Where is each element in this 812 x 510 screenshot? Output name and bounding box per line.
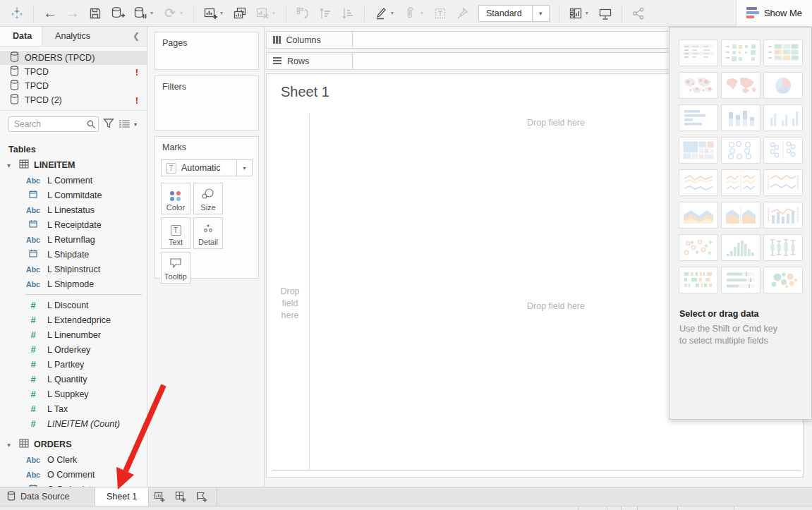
showme-side-by-side-circles-icon[interactable] — [763, 137, 803, 164]
highlight-caret[interactable]: ▾ — [391, 10, 398, 16]
show-hide-cards-button[interactable] — [566, 4, 585, 23]
field-l-linestatus[interactable]: AbcL Linestatus — [0, 202, 147, 217]
field-lineitem-count[interactable]: #LINEITEM (Count) — [0, 416, 147, 431]
showme-continuous-lines-icon[interactable] — [679, 169, 718, 196]
showme-filled-map-icon[interactable] — [721, 72, 761, 99]
run-auto-updates-caret[interactable]: ▾ — [180, 10, 187, 16]
text-button[interactable]: T Text — [161, 217, 190, 249]
tab-analytics[interactable]: Analytics — [42, 27, 100, 46]
chevron-down-icon[interactable]: ▾ — [7, 441, 14, 449]
clear-sheet-caret[interactable]: ▾ — [272, 10, 279, 16]
view-options-caret[interactable]: ▾ — [134, 121, 137, 128]
showme-stacked-bars-icon[interactable] — [721, 104, 761, 131]
show-me-button[interactable]: Show Me — [736, 0, 812, 27]
sort-ascending-button[interactable] — [316, 4, 334, 23]
data-source-tab[interactable]: Data Source — [0, 487, 86, 506]
tab-data[interactable]: Data — [0, 27, 42, 46]
sort-descending-button[interactable] — [339, 4, 357, 23]
showme-discrete-lines-icon[interactable] — [721, 169, 761, 196]
datasource-item[interactable]: TPCD — [0, 79, 147, 93]
field-l-shipinstruct[interactable]: AbcL Shipinstruct — [0, 262, 147, 277]
group-members-button[interactable] — [401, 4, 420, 23]
drop-zone-rows[interactable]: Drop field here — [277, 286, 303, 322]
detail-button[interactable]: Detail — [193, 217, 223, 249]
new-worksheet-tab-button[interactable] — [149, 487, 170, 506]
clear-sheet-button[interactable] — [253, 4, 272, 23]
mark-type-caret-icon[interactable]: ▾ — [236, 160, 252, 176]
showme-treemap-icon[interactable] — [679, 137, 718, 164]
run-auto-updates-button[interactable]: ⟳ — [161, 4, 179, 23]
size-button[interactable]: Size — [193, 183, 223, 214]
field-l-linenumber[interactable]: #L Linenumber — [0, 327, 147, 342]
showme-heat-map-icon[interactable] — [721, 40, 761, 66]
table-lineitem-header[interactable]: ▾ LINEITEM — [0, 157, 147, 173]
showme-side-by-side-bars-icon[interactable] — [763, 104, 803, 131]
tooltip-button[interactable]: Tooltip — [161, 252, 190, 284]
pages-shelf[interactable]: Pages — [154, 32, 259, 70]
pause-auto-updates-button[interactable] — [131, 4, 150, 23]
sheet1-tab[interactable]: Sheet 1 — [95, 487, 149, 506]
mark-type-dropdown[interactable]: T Automatic ▾ — [161, 159, 253, 176]
save-button[interactable] — [86, 4, 104, 23]
swap-rows-columns-button[interactable] — [293, 4, 312, 23]
field-l-shipdate[interactable]: L Shipdate — [0, 247, 147, 262]
showme-scatter-plot-icon[interactable] — [679, 234, 718, 261]
showme-packed-bubbles-icon[interactable] — [763, 267, 803, 293]
showme-symbol-map-icon[interactable] — [679, 72, 718, 99]
highlight-button[interactable] — [372, 4, 390, 23]
collapse-pane-icon[interactable]: ❮ — [133, 27, 147, 46]
new-data-source-button[interactable] — [109, 4, 127, 23]
tableau-logo-icon[interactable] — [8, 4, 26, 23]
new-dashboard-tab-button[interactable] — [170, 487, 191, 506]
showme-continuous-area-icon[interactable] — [679, 202, 718, 229]
field-l-receiptdate[interactable]: L Receiptdate — [0, 217, 147, 232]
field-l-partkey[interactable]: #L Partkey — [0, 357, 147, 372]
field-l-returnflag[interactable]: AbcL Returnflag — [0, 232, 147, 247]
field-l-orderkey[interactable]: #L Orderkey — [0, 342, 147, 357]
datasource-item[interactable]: TPCD (2) ! — [0, 93, 147, 107]
color-button[interactable]: Color — [161, 183, 190, 214]
redo-button[interactable]: → — [63, 4, 82, 23]
showme-dual-lines-icon[interactable] — [763, 169, 803, 196]
field-l-discount[interactable]: #L Discount — [0, 298, 147, 312]
showme-text-table-icon[interactable] — [679, 40, 718, 66]
share-button[interactable] — [629, 4, 648, 23]
field-l-quantity[interactable]: #L Quantity — [0, 372, 147, 387]
field-l-comment[interactable]: AbcL Comment — [0, 173, 147, 188]
showme-pie-chart-icon[interactable] — [763, 72, 803, 99]
filter-fields-icon[interactable] — [103, 118, 114, 130]
field-o-comment[interactable]: AbcO Comment — [0, 467, 147, 482]
showme-histogram-icon[interactable] — [721, 234, 761, 261]
new-worksheet-caret[interactable]: ▾ — [220, 10, 227, 16]
new-worksheet-button[interactable] — [201, 4, 219, 23]
field-l-extendedprice[interactable]: #L Extendedprice — [0, 312, 147, 327]
new-story-tab-button[interactable] — [191, 487, 212, 506]
table-orders-header[interactable]: ▾ ORDERS — [0, 437, 147, 452]
field-l-shipmode[interactable]: AbcL Shipmode — [0, 277, 147, 291]
undo-button[interactable]: ← — [41, 4, 59, 23]
show-mark-labels-button[interactable] — [431, 4, 449, 23]
showme-bullet-graph-icon[interactable] — [721, 267, 761, 293]
field-l-commitdate[interactable]: L Commitdate — [0, 188, 147, 202]
duplicate-sheet-button[interactable] — [231, 4, 249, 23]
presentation-mode-button[interactable] — [596, 4, 614, 23]
view-options-icon[interactable] — [119, 119, 130, 130]
datasource-item[interactable]: TPCD ! — [0, 65, 147, 79]
fit-selector[interactable]: Standard ▾ — [478, 5, 550, 22]
field-o-orderdate[interactable]: O Orderdate — [0, 482, 147, 487]
show-hide-cards-caret[interactable]: ▾ — [586, 10, 593, 16]
chevron-down-icon[interactable]: ▾ — [7, 162, 14, 169]
showme-circle-views-icon[interactable] — [721, 137, 761, 164]
fit-selector-caret-icon[interactable]: ▾ — [532, 5, 549, 22]
group-members-caret[interactable]: ▾ — [420, 10, 428, 16]
showme-gantt-icon[interactable] — [679, 267, 718, 293]
field-l-tax[interactable]: #L Tax — [0, 401, 147, 416]
showme-dual-combination-icon[interactable] — [763, 202, 803, 229]
datasource-item[interactable]: ORDERS (TPCD) — [0, 51, 147, 65]
showme-highlight-table-icon[interactable]: 1235498622501000 — [763, 40, 803, 66]
pause-auto-updates-caret[interactable]: ▾ — [150, 10, 157, 16]
showme-box-and-whisker-icon[interactable] — [763, 234, 803, 261]
showme-horizontal-bars-icon[interactable] — [679, 104, 718, 131]
field-l-suppkey[interactable]: #L Suppkey — [0, 387, 147, 401]
filters-shelf[interactable]: Filters — [154, 75, 259, 130]
